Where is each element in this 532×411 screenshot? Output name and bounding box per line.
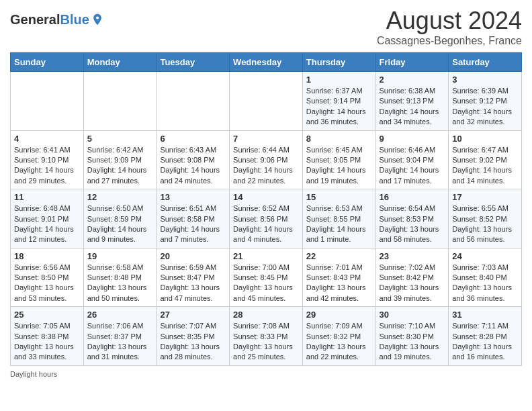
calendar-table: SundayMondayTuesdayWednesdayThursdayFrid… — [10, 52, 522, 366]
page-header: GeneralBlue August 2024 Cassagnes-Begonh… — [10, 7, 522, 47]
day-info: Sunrise: 6:46 AMSunset: 9:04 PMDaylight:… — [380, 145, 445, 187]
calendar-cell: 20Sunrise: 6:59 AMSunset: 8:47 PMDayligh… — [157, 248, 230, 307]
month-title: August 2024 — [377, 7, 522, 35]
day-number: 5 — [87, 134, 153, 144]
day-info: Sunrise: 6:50 AMSunset: 8:59 PMDaylight:… — [87, 203, 153, 245]
day-info: Sunrise: 7:03 AMSunset: 8:40 PMDaylight:… — [452, 263, 518, 304]
day-info: Sunrise: 6:45 AMSunset: 9:05 PMDaylight:… — [306, 145, 372, 187]
day-number: 6 — [160, 134, 226, 144]
calendar-week-row: 11Sunrise: 6:48 AMSunset: 9:01 PMDayligh… — [11, 189, 522, 248]
day-of-week-header: Monday — [83, 53, 157, 72]
day-info: Sunrise: 6:38 AMSunset: 9:13 PMDaylight:… — [380, 86, 445, 128]
calendar-cell: 24Sunrise: 7:03 AMSunset: 8:40 PMDayligh… — [449, 248, 522, 307]
calendar-cell: 17Sunrise: 6:55 AMSunset: 8:52 PMDayligh… — [449, 189, 522, 248]
day-number: 23 — [380, 251, 445, 261]
calendar-week-row: 18Sunrise: 6:56 AMSunset: 8:50 PMDayligh… — [11, 248, 522, 307]
day-info: Sunrise: 7:02 AMSunset: 8:42 PMDaylight:… — [380, 263, 445, 304]
calendar-cell: 1Sunrise: 6:37 AMSunset: 9:14 PMDaylight… — [302, 72, 375, 131]
calendar-cell: 16Sunrise: 6:54 AMSunset: 8:53 PMDayligh… — [375, 189, 449, 248]
day-number: 4 — [14, 134, 80, 144]
day-of-week-header: Thursday — [302, 53, 375, 72]
day-info: Sunrise: 7:05 AMSunset: 8:38 PMDaylight:… — [14, 321, 80, 363]
day-number: 20 — [160, 251, 226, 261]
day-info: Sunrise: 7:09 AMSunset: 8:32 PMDaylight:… — [306, 321, 372, 363]
calendar-cell: 8Sunrise: 6:45 AMSunset: 9:05 PMDaylight… — [302, 130, 375, 189]
day-info: Sunrise: 7:00 AMSunset: 8:45 PMDaylight:… — [233, 263, 299, 304]
day-info: Sunrise: 7:06 AMSunset: 8:37 PMDaylight:… — [87, 321, 153, 363]
calendar-cell: 28Sunrise: 7:08 AMSunset: 8:33 PMDayligh… — [230, 307, 303, 366]
day-number: 12 — [87, 192, 153, 202]
day-number: 9 — [380, 134, 445, 144]
calendar-cell: 19Sunrise: 6:58 AMSunset: 8:48 PMDayligh… — [83, 248, 157, 307]
day-number: 2 — [380, 75, 445, 85]
logo: GeneralBlue — [10, 12, 104, 27]
day-number: 8 — [306, 134, 372, 144]
location-title: Cassagnes-Begonhes, France — [377, 35, 522, 47]
calendar-cell: 23Sunrise: 7:02 AMSunset: 8:42 PMDayligh… — [375, 248, 449, 307]
calendar-cell: 15Sunrise: 6:53 AMSunset: 8:55 PMDayligh… — [302, 189, 375, 248]
day-number: 28 — [233, 310, 299, 320]
day-number: 24 — [452, 251, 518, 261]
day-number: 26 — [87, 310, 153, 320]
calendar-header-row: SundayMondayTuesdayWednesdayThursdayFrid… — [11, 53, 522, 72]
day-of-week-header: Tuesday — [157, 53, 230, 72]
day-info: Sunrise: 6:56 AMSunset: 8:50 PMDaylight:… — [14, 263, 80, 304]
day-info: Sunrise: 6:42 AMSunset: 9:09 PMDaylight:… — [87, 145, 153, 187]
calendar-cell: 21Sunrise: 7:00 AMSunset: 8:45 PMDayligh… — [230, 248, 303, 307]
day-number: 16 — [380, 192, 445, 202]
calendar-cell: 3Sunrise: 6:39 AMSunset: 9:12 PMDaylight… — [449, 72, 522, 131]
day-of-week-header: Friday — [375, 53, 449, 72]
day-info: Sunrise: 6:48 AMSunset: 9:01 PMDaylight:… — [14, 203, 80, 245]
day-info: Sunrise: 7:11 AMSunset: 8:28 PMDaylight:… — [452, 321, 518, 363]
calendar-cell: 29Sunrise: 7:09 AMSunset: 8:32 PMDayligh… — [302, 307, 375, 366]
day-number: 25 — [14, 310, 80, 320]
day-info: Sunrise: 6:51 AMSunset: 8:58 PMDaylight:… — [160, 203, 226, 245]
day-info: Sunrise: 6:54 AMSunset: 8:53 PMDaylight:… — [380, 203, 445, 245]
day-number: 27 — [160, 310, 226, 320]
day-info: Sunrise: 6:37 AMSunset: 9:14 PMDaylight:… — [306, 86, 372, 128]
day-info: Sunrise: 6:58 AMSunset: 8:48 PMDaylight:… — [87, 263, 153, 304]
day-of-week-header: Saturday — [449, 53, 522, 72]
day-info: Sunrise: 6:59 AMSunset: 8:47 PMDaylight:… — [160, 263, 226, 304]
footer: Daylight hours — [10, 370, 522, 378]
calendar-week-row: 4Sunrise: 6:41 AMSunset: 9:10 PMDaylight… — [11, 130, 522, 189]
day-info: Sunrise: 6:41 AMSunset: 9:10 PMDaylight:… — [14, 145, 80, 187]
day-number: 19 — [87, 251, 153, 261]
day-number: 7 — [233, 134, 299, 144]
day-info: Sunrise: 6:55 AMSunset: 8:52 PMDaylight:… — [452, 203, 518, 245]
day-number: 30 — [380, 310, 445, 320]
day-info: Sunrise: 6:39 AMSunset: 9:12 PMDaylight:… — [452, 86, 518, 128]
day-number: 15 — [306, 192, 372, 202]
day-info: Sunrise: 7:10 AMSunset: 8:30 PMDaylight:… — [380, 321, 445, 363]
day-number: 13 — [160, 192, 226, 202]
logo-blue: Blue — [60, 12, 89, 27]
calendar-week-row: 25Sunrise: 7:05 AMSunset: 8:38 PMDayligh… — [11, 307, 522, 366]
logo-general: General — [10, 12, 60, 27]
calendar-cell: 27Sunrise: 7:07 AMSunset: 8:35 PMDayligh… — [157, 307, 230, 366]
day-number: 22 — [306, 251, 372, 261]
calendar-cell: 2Sunrise: 6:38 AMSunset: 9:13 PMDaylight… — [375, 72, 449, 131]
calendar-cell: 5Sunrise: 6:42 AMSunset: 9:09 PMDaylight… — [83, 130, 157, 189]
daylight-label: Daylight hours — [10, 370, 57, 378]
day-info: Sunrise: 6:52 AMSunset: 8:56 PMDaylight:… — [233, 203, 299, 245]
day-info: Sunrise: 7:08 AMSunset: 8:33 PMDaylight:… — [233, 321, 299, 363]
calendar-week-row: 1Sunrise: 6:37 AMSunset: 9:14 PMDaylight… — [11, 72, 522, 131]
calendar-cell: 25Sunrise: 7:05 AMSunset: 8:38 PMDayligh… — [11, 307, 84, 366]
day-info: Sunrise: 6:53 AMSunset: 8:55 PMDaylight:… — [306, 203, 372, 245]
day-number: 10 — [452, 134, 518, 144]
day-info: Sunrise: 7:07 AMSunset: 8:35 PMDaylight:… — [160, 321, 226, 363]
calendar-cell: 10Sunrise: 6:47 AMSunset: 9:02 PMDayligh… — [449, 130, 522, 189]
calendar-cell: 13Sunrise: 6:51 AMSunset: 8:58 PMDayligh… — [157, 189, 230, 248]
calendar-cell — [83, 72, 157, 131]
title-area: August 2024 Cassagnes-Begonhes, France — [377, 7, 522, 47]
calendar-cell: 9Sunrise: 6:46 AMSunset: 9:04 PMDaylight… — [375, 130, 449, 189]
day-number: 18 — [14, 251, 80, 261]
logo-icon — [91, 13, 104, 26]
day-number: 1 — [306, 75, 372, 85]
day-info: Sunrise: 6:47 AMSunset: 9:02 PMDaylight:… — [452, 145, 518, 187]
day-of-week-header: Wednesday — [230, 53, 303, 72]
day-number: 17 — [452, 192, 518, 202]
calendar-cell — [230, 72, 303, 131]
day-number: 3 — [452, 75, 518, 85]
day-info: Sunrise: 6:44 AMSunset: 9:06 PMDaylight:… — [233, 145, 299, 187]
